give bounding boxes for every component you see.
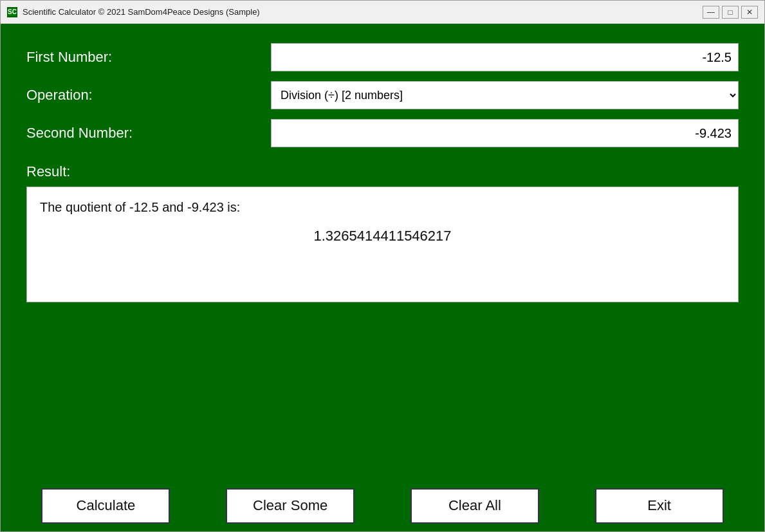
- second-number-label: Second Number:: [26, 125, 271, 142]
- window-controls: — □ ✕: [703, 6, 758, 19]
- operation-label: Operation:: [26, 87, 271, 104]
- title-bar-left: SC Scientific Calculator © 2021 SamDom4P…: [7, 7, 260, 17]
- result-box: The quotient of -12.5 and -9.423 is: 1.3…: [26, 187, 739, 302]
- first-number-row: First Number:: [26, 43, 739, 71]
- content-area: First Number: Operation: Addition (+) [2…: [1, 24, 764, 480]
- operation-select[interactable]: Addition (+) [2 numbers] Subtraction (-)…: [271, 81, 739, 109]
- clear-some-button[interactable]: Clear Some: [226, 488, 355, 524]
- second-number-row: Second Number:: [26, 119, 739, 147]
- second-number-input[interactable]: [271, 119, 739, 147]
- first-number-label: First Number:: [26, 49, 271, 66]
- exit-button[interactable]: Exit: [595, 488, 724, 524]
- minimize-button[interactable]: —: [703, 6, 719, 19]
- first-number-input[interactable]: [271, 43, 739, 71]
- calculate-button[interactable]: Calculate: [41, 488, 170, 524]
- window-title: Scientific Calculator © 2021 SamDom4Peac…: [23, 7, 260, 17]
- button-bar: Calculate Clear Some Clear All Exit: [1, 480, 764, 531]
- result-description: The quotient of -12.5 and -9.423 is:: [40, 200, 725, 215]
- operation-row: Operation: Addition (+) [2 numbers] Subt…: [26, 81, 739, 109]
- result-section: Result: The quotient of -12.5 and -9.423…: [26, 163, 739, 461]
- close-button[interactable]: ✕: [741, 6, 758, 19]
- app-icon: SC: [7, 7, 17, 17]
- maximize-button[interactable]: □: [722, 6, 739, 19]
- result-label: Result:: [26, 163, 739, 180]
- title-bar: SC Scientific Calculator © 2021 SamDom4P…: [1, 1, 764, 24]
- main-window: SC Scientific Calculator © 2021 SamDom4P…: [0, 0, 765, 532]
- result-value: 1.3265414411546217: [40, 228, 725, 244]
- clear-all-button[interactable]: Clear All: [410, 488, 539, 524]
- app-icon-text: SC: [8, 8, 17, 15]
